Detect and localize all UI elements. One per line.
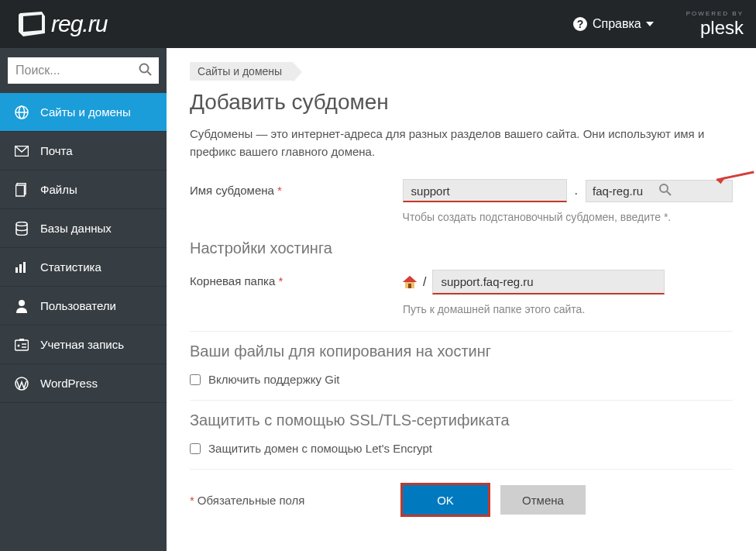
svg-rect-13 bbox=[23, 262, 26, 273]
top-bar: reg.ru ? Справка POWERED BY plesk bbox=[0, 0, 756, 48]
subdomain-input[interactable] bbox=[403, 179, 567, 202]
sidebar-item-users[interactable]: Пользователи bbox=[0, 287, 167, 325]
subdomain-hint: Чтобы создать подстановочный субдомен, в… bbox=[403, 210, 733, 226]
svg-rect-16 bbox=[19, 339, 24, 341]
root-label: Корневая папка * bbox=[190, 270, 403, 288]
sidebar-item-label: Учетная запись bbox=[40, 338, 124, 351]
form-footer: *Обязательные поля OK Отмена bbox=[190, 469, 733, 515]
sidebar-item-label: WordPress bbox=[40, 377, 98, 390]
home-icon bbox=[403, 276, 417, 288]
svg-text:?: ? bbox=[577, 18, 584, 30]
svg-line-3 bbox=[148, 72, 152, 76]
ok-button[interactable]: OK bbox=[403, 485, 488, 515]
search-input[interactable] bbox=[8, 64, 159, 77]
brand-logo[interactable]: reg.ru bbox=[15, 10, 107, 38]
section-files: Ваши файлы для копирования на хостинг bbox=[190, 331, 733, 360]
svg-point-21 bbox=[660, 184, 668, 192]
sidebar-item-label: Пользователи bbox=[40, 299, 116, 312]
sidebar-item-db[interactable]: Базы данных bbox=[0, 209, 167, 248]
section-hosting: Настройки хостинга bbox=[190, 239, 733, 257]
row-root: Корневая папка * / Путь к домашней папке… bbox=[190, 270, 733, 318]
required-note: *Обязательные поля bbox=[190, 494, 403, 507]
sidebar-item-label: Базы данных bbox=[40, 222, 112, 235]
nav-list: Сайты и домены Почта Файлы Базы данных С… bbox=[0, 93, 167, 403]
le-label: Защитить домен с помощью Let's Encrypt bbox=[208, 442, 432, 455]
stats-icon bbox=[14, 260, 29, 275]
powered-brand: plesk bbox=[686, 17, 744, 39]
help-icon: ? bbox=[572, 16, 588, 32]
powered-by: POWERED BY plesk bbox=[686, 10, 744, 39]
sidebar-item-sites[interactable]: Сайты и домены bbox=[0, 93, 167, 132]
sidebar: Сайты и домены Почта Файлы Базы данных С… bbox=[0, 48, 167, 551]
domain-value: faq-reg.ru bbox=[593, 184, 659, 198]
globe-icon bbox=[14, 105, 29, 120]
svg-rect-25 bbox=[408, 284, 411, 288]
sidebar-item-label: Статистика bbox=[40, 260, 101, 274]
files-icon bbox=[14, 182, 29, 198]
row-subdomain: Имя субдомена * . faq-reg.ru Чтобы созда… bbox=[190, 179, 733, 226]
svg-rect-11 bbox=[15, 267, 18, 273]
svg-rect-15 bbox=[15, 340, 29, 350]
root-input[interactable] bbox=[432, 270, 665, 294]
le-checkbox-row[interactable]: Защитить домен с помощью Let's Encrypt bbox=[190, 442, 733, 455]
sidebar-item-files[interactable]: Файлы bbox=[0, 170, 167, 209]
logo-icon bbox=[15, 10, 46, 38]
dot-separator: . bbox=[573, 184, 579, 198]
root-hint: Путь к домашней папке этого сайта. bbox=[403, 302, 733, 318]
sidebar-item-label: Сайты и домены bbox=[40, 105, 131, 119]
intro-text: Субдомены — это интернет-адреса для разн… bbox=[190, 126, 732, 160]
sidebar-item-label: Файлы bbox=[40, 183, 77, 196]
git-label: Включить поддержку Git bbox=[208, 373, 339, 386]
sidebar-item-mail[interactable]: Почта bbox=[0, 132, 167, 170]
slash-separator: / bbox=[423, 275, 426, 289]
help-label: Справка bbox=[593, 17, 641, 31]
mail-icon bbox=[14, 143, 29, 159]
page-title: Добавить субдомен bbox=[190, 90, 733, 115]
svg-rect-9 bbox=[16, 185, 25, 196]
svg-point-17 bbox=[18, 344, 20, 346]
logo-text: reg.ru bbox=[51, 11, 107, 37]
help-dropdown[interactable]: ? Справка bbox=[572, 16, 658, 32]
breadcrumb[interactable]: Сайты и домены bbox=[190, 62, 293, 81]
search-box[interactable] bbox=[8, 57, 159, 84]
database-icon bbox=[14, 221, 29, 236]
svg-point-10 bbox=[16, 222, 27, 226]
svg-point-2 bbox=[140, 64, 149, 73]
le-checkbox[interactable] bbox=[190, 443, 201, 454]
svg-line-22 bbox=[667, 191, 671, 195]
sidebar-item-account[interactable]: Учетная запись bbox=[0, 325, 167, 364]
git-checkbox-row[interactable]: Включить поддержку Git bbox=[190, 373, 733, 386]
git-checkbox[interactable] bbox=[190, 374, 201, 385]
sidebar-item-wordpress[interactable]: WordPress bbox=[0, 364, 167, 403]
sidebar-item-stats[interactable]: Статистика bbox=[0, 248, 167, 287]
svg-point-14 bbox=[19, 300, 25, 306]
chevron-down-icon bbox=[646, 22, 654, 26]
wordpress-icon bbox=[14, 376, 29, 391]
powered-label: POWERED BY bbox=[686, 10, 744, 17]
account-icon bbox=[14, 337, 29, 353]
subdomain-label: Имя субдомена * bbox=[190, 179, 403, 197]
user-icon bbox=[14, 298, 29, 314]
section-ssl: Защитить с помощью SSL/TLS-сертификата bbox=[190, 400, 733, 429]
cancel-button[interactable]: Отмена bbox=[500, 485, 586, 515]
sidebar-item-label: Почта bbox=[40, 144, 73, 157]
search-domain-icon[interactable] bbox=[659, 184, 726, 198]
svg-rect-12 bbox=[19, 264, 22, 273]
main-content: Сайты и домены Добавить субдомен Субдоме… bbox=[167, 48, 756, 551]
domain-select[interactable]: faq-reg.ru bbox=[586, 180, 733, 202]
search-icon[interactable] bbox=[139, 63, 153, 80]
